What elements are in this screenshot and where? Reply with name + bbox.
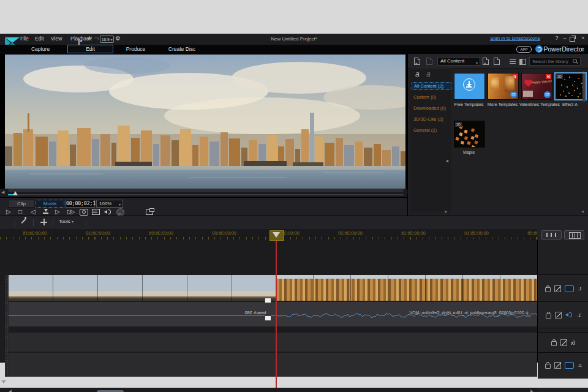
clip-handle-bottom[interactable] (265, 315, 271, 321)
tile-label: More Templates (486, 102, 519, 107)
video-clip-right[interactable] (276, 275, 537, 301)
search-icon (573, 59, 577, 63)
track-manager-button[interactable] (564, 230, 584, 239)
tab-capture[interactable]: Capture (12, 45, 69, 53)
preview-zoom-dropdown[interactable]: 100%▾ (96, 200, 123, 208)
clip-handle-top[interactable] (265, 298, 271, 303)
download-template-icon[interactable]: + (483, 58, 489, 65)
signin-directorzone-link[interactable]: Sign in to DirectorZone (490, 36, 540, 41)
tab-create-disc[interactable]: Create Disc (158, 45, 206, 53)
timeline-ruler-right (537, 229, 588, 240)
powerdirector-window: FileEditViewPlayback | ↶ ↷ 16:9 ▾ ⚙ New … (0, 34, 588, 363)
preview-slider-track[interactable] (8, 194, 404, 195)
fast-forward-icon[interactable]: ▷▷ (67, 208, 73, 215)
track-number: 2. (578, 363, 582, 368)
timeline-hscrollbar[interactable] (0, 388, 537, 392)
minimize-icon[interactable]: – (562, 35, 568, 41)
next-frame-icon[interactable]: ▷ (55, 208, 60, 215)
preview-slider-thumb[interactable] (13, 191, 18, 195)
particle-style-icon[interactable]: a (415, 70, 420, 78)
fit-timeline-button[interactable] (541, 230, 562, 239)
movie-mode-button[interactable]: Movie (36, 200, 64, 208)
library-sidebar: a a All Content (2)Custom (0)Downloaded … (410, 69, 451, 213)
thumbnail-view-icon[interactable] (519, 59, 526, 65)
sidebar-collapse-icon[interactable]: ◂ (446, 158, 448, 164)
library-filter-dropdown[interactable]: All Content▾ (437, 57, 480, 66)
category-3d-3d-like-2-[interactable]: 3D/3D-Like (2) (412, 115, 450, 123)
tile-caption: Happy Valentine's (532, 79, 552, 85)
toolbar-separator (15, 219, 15, 227)
chevron-down-icon: ▾ (119, 202, 121, 208)
lock-icon[interactable] (545, 287, 551, 292)
tile-more-templates[interactable]: NDZ (488, 73, 519, 100)
close-icon[interactable]: × (580, 35, 586, 41)
tile-label: Effect-A (553, 102, 587, 107)
help-icon[interactable]: ? (554, 35, 560, 41)
track-enable-icon[interactable] (555, 312, 562, 318)
effect-track[interactable] (9, 333, 537, 352)
menu-bar: FileEditViewPlayback | ↶ ↷ 16:9 ▾ ⚙ New … (0, 34, 588, 45)
scrollbar-left-icon[interactable] (9, 390, 12, 392)
play-icon[interactable]: ▷ (6, 208, 11, 215)
import-media-icon[interactable]: + (414, 58, 420, 65)
ruler-timestamp: 00;00;35;05 (527, 230, 537, 236)
directorzone-badge: DZ (544, 91, 551, 98)
library-scrollbar-thumb[interactable] (582, 74, 586, 102)
audio-clip-right[interactable]: jc.2017m00655_Spacewalking_in_Ultra_High… (276, 302, 537, 326)
track-enable-icon[interactable] (554, 285, 561, 292)
library-scroll-down-icon[interactable]: ▾ (582, 209, 584, 214)
list-view-icon[interactable] (510, 59, 516, 64)
record-icon[interactable] (43, 208, 48, 216)
stop-icon[interactable]: □ (18, 208, 22, 215)
preview-seek-groove[interactable] (8, 189, 404, 192)
track-scroll-down-icon[interactable] (1, 380, 6, 383)
tools-dropdown[interactable]: Tools ▾ (59, 219, 74, 224)
restore-icon[interactable] (570, 37, 575, 42)
library-header: + All Content▾ + (408, 54, 588, 69)
tile-maple[interactable]: 3D (454, 121, 485, 148)
category-general-2-[interactable]: General (2) (412, 126, 450, 134)
lock-icon[interactable] (551, 341, 557, 346)
move-tool-icon[interactable] (40, 219, 47, 225)
new-badge: N (512, 74, 518, 79)
sidebar-scroll-down-icon[interactable]: ▾ (445, 209, 447, 214)
track-enable-icon[interactable] (554, 362, 561, 369)
upload-template-icon[interactable] (494, 58, 500, 65)
track-number: 1. (577, 312, 581, 318)
tile-free-templates[interactable] (454, 73, 485, 100)
video-clip-left[interactable] (9, 275, 276, 301)
capture-media-icon (426, 58, 432, 65)
category-custom-0-[interactable]: Custom (0) (412, 93, 450, 101)
ruler-timestamp: 00;00;36;00 (212, 230, 236, 236)
video-track-2[interactable] (9, 353, 537, 377)
clip-mode-button[interactable]: Clip (8, 200, 35, 208)
track-manager-icon (569, 232, 581, 239)
category-downloaded-0-[interactable]: Downloaded (0) (412, 104, 450, 112)
ruler-timestamp: 00;00;36;10 (86, 230, 110, 236)
previous-frame-icon[interactable]: ◁ (31, 208, 36, 215)
toolbar-separator (53, 219, 53, 227)
mode-tab-row: CaptureEditProduceCreate Disc APP PowerD… (0, 45, 588, 54)
scrub-left-icon[interactable]: ◀ (1, 190, 4, 195)
lock-icon[interactable] (545, 364, 551, 369)
audio-clip-left[interactable]: beach 380 (9, 302, 276, 326)
playhead-line[interactable] (276, 239, 277, 388)
brand-logo-icon (535, 45, 543, 53)
playhead-triangle-icon[interactable] (273, 232, 280, 238)
preview-viewport (5, 55, 405, 189)
3d-badge: 3D (455, 122, 462, 127)
timeline-ruler[interactable]: 00;00;36;1500;00;36;1000;00;36;0500;00;3… (0, 229, 537, 240)
lock-icon[interactable] (546, 314, 551, 318)
chevron-down-icon: ▾ (476, 59, 478, 67)
magic-wand-icon[interactable] (21, 219, 26, 224)
preview-zoom-value: 100% (99, 201, 111, 206)
tile-valentines-templates[interactable]: Happy Valentine'sNDZ (521, 73, 552, 100)
particle-style-icon-2[interactable]: a (426, 70, 431, 78)
track-enable-icon[interactable] (560, 339, 567, 346)
tab-edit[interactable]: Edit (67, 45, 113, 53)
tab-produce[interactable]: Produce (113, 45, 158, 53)
timeline-tracks: beach 380 jc.2017m00655_Spacewalking_in_… (0, 240, 537, 361)
scrollbar-right-icon[interactable] (530, 390, 533, 392)
search-input[interactable] (531, 58, 573, 66)
category-all-content-2-[interactable]: All Content (2) (412, 82, 451, 90)
